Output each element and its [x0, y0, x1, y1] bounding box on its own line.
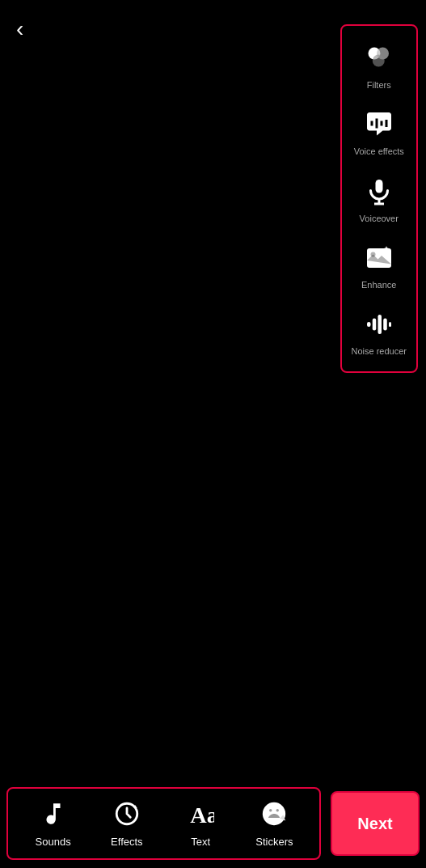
bottom-tools: Sounds Effects Aa Text — [6, 787, 321, 860]
sounds-icon — [40, 800, 67, 831]
svg-rect-14 — [377, 315, 382, 334]
svg-rect-13 — [373, 319, 377, 331]
stickers-label: Stickers — [255, 836, 293, 848]
back-button[interactable]: ‹ — [16, 16, 23, 42]
panel-item-voiceover[interactable]: Voiceover — [351, 167, 407, 231]
panel-item-voice-effects[interactable]: Voice effects — [349, 100, 409, 163]
svg-rect-4 — [375, 119, 377, 129]
svg-point-20 — [276, 809, 279, 811]
svg-rect-16 — [389, 322, 391, 327]
svg-rect-3 — [370, 121, 373, 126]
panel-item-filters[interactable]: Filters — [351, 34, 407, 97]
svg-point-11 — [370, 252, 375, 256]
panel-item-enhance[interactable]: Enhance — [351, 234, 407, 297]
stickers-icon — [260, 800, 288, 831]
tool-text[interactable]: Aa Text — [176, 800, 225, 848]
voiceover-icon — [361, 174, 397, 210]
tool-sounds[interactable]: Sounds — [29, 800, 78, 848]
text-label: Text — [191, 836, 210, 848]
text-icon: Aa — [187, 800, 214, 831]
filters-icon — [361, 40, 397, 76]
svg-rect-6 — [385, 120, 387, 127]
panel-item-noise-reducer[interactable]: Noise reducer — [347, 300, 411, 363]
svg-text:Aa: Aa — [190, 802, 214, 828]
bottom-bar: Sounds Effects Aa Text — [0, 779, 426, 868]
voice-effects-label: Voice effects — [354, 146, 404, 157]
tool-stickers[interactable]: Stickers — [250, 800, 298, 848]
right-panel: Filters Voice effects Voi — [340, 24, 418, 373]
svg-point-19 — [269, 809, 272, 811]
noise-reducer-icon — [361, 307, 397, 342]
noise-reducer-label: Noise reducer — [352, 345, 407, 357]
effects-icon — [113, 800, 141, 831]
enhance-label: Enhance — [361, 279, 396, 290]
tool-effects[interactable]: Effects — [103, 800, 151, 848]
sounds-label: Sounds — [36, 836, 71, 848]
svg-rect-5 — [380, 121, 382, 126]
filters-label: Filters — [367, 79, 391, 91]
enhance-icon — [361, 240, 397, 276]
svg-point-2 — [373, 55, 385, 67]
voice-effects-icon — [361, 107, 397, 142]
voiceover-label: Voiceover — [360, 213, 399, 224]
svg-rect-7 — [375, 180, 382, 193]
svg-rect-15 — [383, 319, 387, 331]
effects-label: Effects — [111, 836, 143, 848]
svg-rect-12 — [367, 322, 371, 327]
next-button[interactable]: Next — [331, 791, 420, 856]
